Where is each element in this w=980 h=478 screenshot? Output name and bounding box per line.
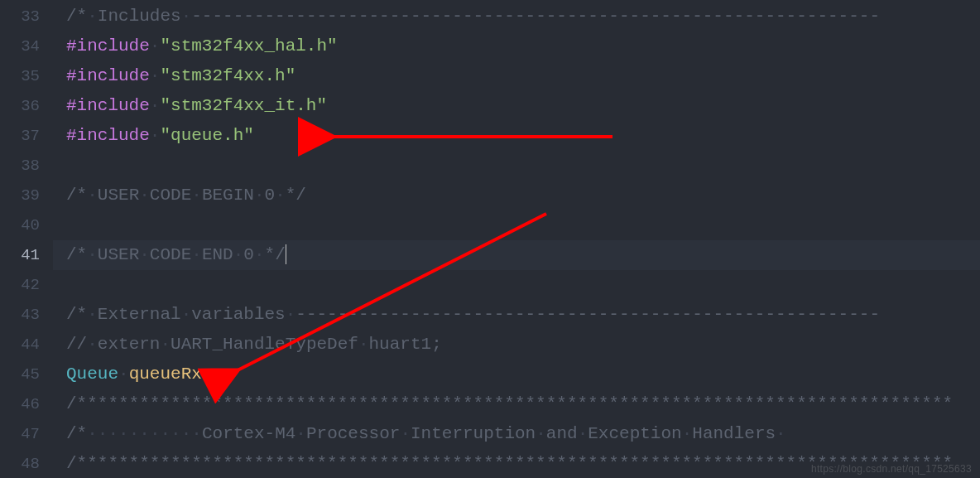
code-token: Cortex-M4 <box>202 424 295 443</box>
code-token: variables <box>191 305 285 324</box>
whitespace-dot: · <box>286 305 296 324</box>
text-cursor <box>286 244 286 264</box>
code-token: CODE <box>150 186 191 205</box>
code-token: UART_HandleTypeDef <box>171 335 358 354</box>
code-line[interactable] <box>53 270 980 300</box>
whitespace-dot: · <box>191 186 202 205</box>
code-line[interactable]: #include·"queue.h" <box>53 121 980 151</box>
line-number: 44 <box>0 330 53 360</box>
whitespace-dot: · <box>400 424 411 443</box>
code-token: /* <box>66 245 87 264</box>
whitespace-dot: · <box>108 424 118 443</box>
code-token: External <box>98 305 181 324</box>
whitespace-dot: · <box>87 424 98 443</box>
line-number: 37 <box>0 121 53 151</box>
line-number: 46 <box>0 389 53 419</box>
whitespace-dot: · <box>98 424 108 443</box>
code-line[interactable] <box>53 151 980 181</box>
whitespace-dot: · <box>682 424 693 443</box>
whitespace-dot: · <box>254 186 265 205</box>
code-token: ----------------------------------------… <box>295 305 880 324</box>
whitespace-dot: · <box>87 245 98 264</box>
code-token: /***************************************… <box>66 394 953 413</box>
whitespace-dot: · <box>150 126 161 145</box>
whitespace-dot: · <box>181 7 192 26</box>
whitespace-dot: · <box>87 305 98 324</box>
line-number: 34 <box>0 31 53 61</box>
code-token: USER <box>98 186 139 205</box>
whitespace-dot: · <box>254 245 265 264</box>
code-token: Includes <box>98 7 181 26</box>
code-line[interactable]: #include·"stm32f4xx.h" <box>53 61 980 91</box>
code-line[interactable] <box>53 210 980 240</box>
whitespace-dot: · <box>129 424 140 443</box>
code-token: and <box>546 424 578 443</box>
line-number: 41 <box>0 240 53 270</box>
whitespace-dot: · <box>150 36 161 56</box>
whitespace-dot: · <box>87 335 98 354</box>
whitespace-dot: · <box>295 424 306 443</box>
whitespace-dot: · <box>139 424 150 443</box>
whitespace-dot: · <box>191 245 202 264</box>
line-number: 43 <box>0 300 53 330</box>
code-token: /* <box>66 186 87 205</box>
code-line[interactable]: //·extern·UART_HandleTypeDef·huart1; <box>53 330 980 360</box>
code-token: USER <box>98 245 139 264</box>
whitespace-dot: · <box>536 424 546 443</box>
line-number: 39 <box>0 181 53 210</box>
code-editor[interactable]: 33343536373839404142434445464748 /*·Incl… <box>0 0 980 478</box>
whitespace-dot: · <box>181 424 192 443</box>
code-token: "queue.h" <box>160 126 253 145</box>
whitespace-dot: · <box>87 186 98 205</box>
code-line[interactable]: #include·"stm32f4xx_it.h" <box>53 91 980 121</box>
whitespace-dot: · <box>139 245 150 264</box>
code-line[interactable]: Queue·queueRx; <box>53 360 980 389</box>
code-token: /* <box>66 424 87 443</box>
code-line[interactable]: /*·External·variables·------------------… <box>53 300 980 330</box>
code-token: Handlers <box>692 424 776 443</box>
code-token: Processor <box>306 424 400 443</box>
code-line[interactable]: /*·USER·CODE·BEGIN·0·*/ <box>53 181 980 210</box>
line-number: 48 <box>0 449 53 478</box>
line-gutter: 33343536373839404142434445464748 <box>0 0 53 478</box>
line-number: 40 <box>0 210 53 240</box>
code-token: Queue <box>66 365 118 384</box>
line-number: 33 <box>0 2 53 31</box>
code-token: */ <box>286 186 306 205</box>
code-token: "stm32f4xx_it.h" <box>160 96 327 115</box>
whitespace-dot: · <box>181 305 192 324</box>
code-token: BEGIN <box>202 186 254 205</box>
whitespace-dot: · <box>139 186 150 205</box>
code-area[interactable]: /*·Includes·----------------------------… <box>53 0 980 478</box>
code-token: CODE <box>150 245 191 264</box>
code-token: "stm32f4xx.h" <box>160 66 295 85</box>
code-line[interactable]: /***************************************… <box>53 389 980 419</box>
whitespace-dot: · <box>578 424 588 443</box>
code-token: queueRx <box>129 365 202 384</box>
code-token: extern <box>98 335 161 354</box>
code-token: #include <box>66 126 150 145</box>
whitespace-dot: · <box>275 186 286 205</box>
whitespace-dot: · <box>191 424 202 443</box>
code-line[interactable]: /*·USER·CODE·END·0·*/ <box>53 240 980 270</box>
code-token: // <box>66 335 87 354</box>
whitespace-dot: · <box>171 424 181 443</box>
code-line[interactable]: /*···········Cortex-M4·Processor·Interru… <box>53 419 980 449</box>
whitespace-dot: · <box>118 365 129 384</box>
whitespace-dot: · <box>118 424 129 443</box>
whitespace-dot: · <box>150 96 161 115</box>
line-number: 35 <box>0 61 53 91</box>
code-token: 0 <box>265 186 276 205</box>
code-token: #include <box>66 36 150 56</box>
watermark: https://blog.csdn.net/qq_17525633 <box>811 463 972 475</box>
code-line[interactable]: /*·Includes·----------------------------… <box>53 2 980 31</box>
code-token: /* <box>66 305 87 324</box>
code-token: #include <box>66 66 150 85</box>
code-token: huart1; <box>369 335 442 354</box>
whitespace-dot: · <box>160 424 171 443</box>
whitespace-dot: · <box>150 66 161 85</box>
code-token: ; <box>202 365 213 384</box>
code-line[interactable]: #include·"stm32f4xx_hal.h" <box>53 31 980 61</box>
line-number: 38 <box>0 151 53 181</box>
code-token: 0 <box>243 245 254 264</box>
